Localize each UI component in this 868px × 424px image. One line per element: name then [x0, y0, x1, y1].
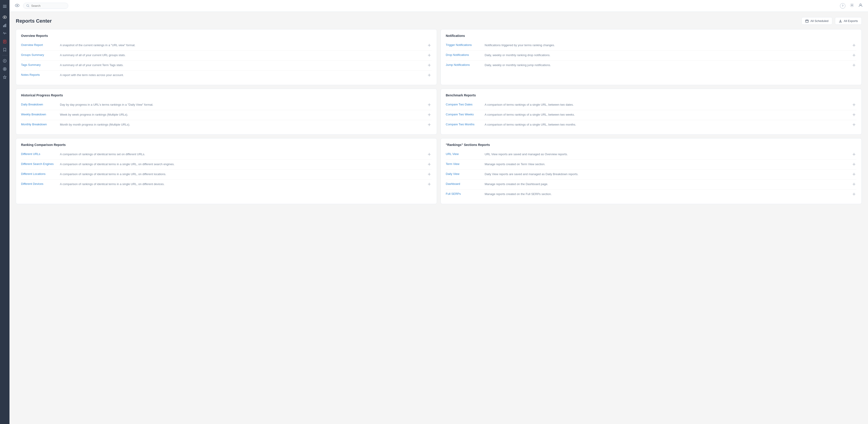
report-row: Full SERPsManage reports created on the … — [446, 190, 857, 199]
add-report-button[interactable] — [851, 43, 857, 48]
report-link-drop-notifications[interactable]: Drop Notifications — [446, 53, 482, 57]
svg-point-4 — [4, 17, 5, 18]
report-link-monthly-breakdown[interactable]: Monthly Breakdown — [21, 123, 57, 126]
report-row: Trigger NotificationsNotifications trigg… — [446, 41, 857, 51]
report-link-notes-reports[interactable]: Notes Reports — [21, 73, 57, 77]
add-report-button[interactable] — [427, 43, 432, 48]
add-report-button[interactable] — [851, 182, 857, 187]
report-row: Monthly BreakdownMonth by month progress… — [21, 120, 432, 130]
add-report-button[interactable] — [427, 123, 432, 128]
add-report-button[interactable] — [851, 113, 857, 117]
report-link-trigger-notifications[interactable]: Trigger Notifications — [446, 43, 482, 47]
target-icon[interactable] — [1, 65, 8, 73]
activity-icon[interactable] — [1, 30, 8, 37]
report-description: A comparison of rankings of identical te… — [60, 162, 424, 166]
add-report-button[interactable] — [427, 162, 432, 167]
add-report-button[interactable] — [427, 73, 432, 78]
card-rankings-sections: "Rankings" Sections ReportsURL ViewURL V… — [440, 138, 862, 204]
report-link-different-locations[interactable]: Different Locations — [21, 172, 57, 176]
report-link-jump-notifications[interactable]: Jump Notifications — [446, 63, 482, 66]
report-link-daily-view[interactable]: Daily View — [446, 172, 482, 176]
bookmark-icon[interactable] — [1, 46, 8, 53]
report-description: A comparison of terms rankings of a sing… — [485, 113, 849, 117]
report-link-different-search-engines[interactable]: Different Search Engines — [21, 162, 57, 166]
settings-icon[interactable] — [850, 3, 854, 8]
all-scheduled-button[interactable]: All Scheduled — [802, 17, 832, 25]
report-link-groups-summary[interactable]: Groups Summary — [21, 53, 57, 57]
svg-point-24 — [860, 4, 862, 5]
report-description: A comparison of rankings of identical te… — [60, 152, 424, 156]
add-report-button[interactable] — [851, 103, 857, 108]
section-title-ranking-comparison: Ranking Comparison Reports — [21, 143, 432, 147]
report-row: DashboardManage reports created on the D… — [446, 180, 857, 190]
report-description: A summary of all of your current Term Ta… — [60, 63, 424, 67]
report-link-weekly-breakdown[interactable]: Weekly Breakdown — [21, 113, 57, 116]
report-row: Groups SummaryA summary of all of your c… — [21, 51, 432, 61]
section-title-benchmark-reports: Benchmark Reports — [446, 93, 857, 97]
file-icon[interactable] — [1, 38, 8, 45]
add-report-button[interactable] — [427, 152, 432, 157]
report-link-term-view[interactable]: Term View — [446, 162, 482, 166]
svg-rect-2 — [3, 7, 6, 8]
add-report-button[interactable] — [851, 123, 857, 128]
add-report-button[interactable] — [851, 152, 857, 157]
report-row: Different LocationsA comparison of ranki… — [21, 170, 432, 180]
add-report-button[interactable] — [851, 192, 857, 197]
topbar: ? — [9, 0, 868, 12]
add-report-button[interactable] — [427, 63, 432, 68]
report-link-compare-two-dates[interactable]: Compare Two Dates — [446, 103, 482, 106]
report-description: Daily View reports are saved and managed… — [485, 172, 849, 176]
add-report-button[interactable] — [427, 113, 432, 117]
topbar-eye-icon — [15, 3, 20, 8]
all-exports-button[interactable]: All Exports — [835, 17, 862, 25]
report-row: Different DevicesA comparison of ranking… — [21, 180, 432, 189]
section-title-overview-reports: Overview Reports — [21, 34, 432, 37]
add-report-button[interactable] — [427, 53, 432, 58]
add-report-button[interactable] — [427, 172, 432, 177]
search-box[interactable] — [23, 3, 68, 9]
add-report-button[interactable] — [851, 172, 857, 177]
sidebar — [0, 0, 9, 424]
calendar-icon — [805, 20, 809, 23]
card-ranking-comparison: Ranking Comparison ReportsDifferent URLs… — [16, 138, 437, 204]
add-report-button[interactable] — [851, 53, 857, 58]
report-link-tags-summary[interactable]: Tags Summary — [21, 63, 57, 66]
report-link-compare-two-months[interactable]: Compare Two Months — [446, 123, 482, 126]
report-link-different-urls[interactable]: Different URLs — [21, 152, 57, 156]
report-row: Compare Two MonthsA comparison of terms … — [446, 120, 857, 130]
add-report-button[interactable] — [851, 162, 857, 167]
star-icon[interactable] — [1, 74, 8, 81]
report-link-different-devices[interactable]: Different Devices — [21, 182, 57, 186]
report-description: A report with the term notes across your… — [60, 73, 424, 77]
chart-bar-icon[interactable] — [1, 22, 8, 29]
help-icon[interactable]: ? — [840, 3, 845, 8]
report-description: Week by week progress in rankings (Multi… — [60, 113, 424, 117]
report-link-compare-two-weeks[interactable]: Compare Two Weeks — [446, 113, 482, 116]
report-row: Different Search EnginesA comparison of … — [21, 160, 432, 170]
content-area: Reports Center All Scheduled All Exports… — [9, 12, 868, 424]
report-row: Different URLsA comparison of rankings o… — [21, 150, 432, 160]
menu-icon[interactable] — [1, 3, 8, 10]
svg-rect-6 — [4, 24, 5, 27]
user-icon[interactable] — [859, 3, 863, 8]
report-link-dashboard[interactable]: Dashboard — [446, 182, 482, 186]
search-input[interactable] — [31, 4, 63, 7]
report-row: Notes ReportsA report with the term note… — [21, 70, 432, 80]
report-description: Notifications triggered by your terms ra… — [485, 43, 849, 47]
svg-point-21 — [27, 4, 29, 6]
add-report-button[interactable] — [851, 63, 857, 68]
report-link-overview-report[interactable]: Overview Report — [21, 43, 57, 47]
reports-grid: Overview ReportsOverview ReportA snapsho… — [16, 29, 862, 204]
add-circle-icon[interactable] — [1, 57, 8, 64]
report-link-url-view[interactable]: URL View — [446, 152, 482, 156]
report-description: Month by month progress in rankings (Mul… — [60, 123, 424, 127]
report-link-daily-breakdown[interactable]: Daily Breakdown — [21, 103, 57, 106]
report-row: URL ViewURL View reports are saved and m… — [446, 150, 857, 160]
report-description: A comparison of rankings of identical te… — [60, 172, 424, 176]
add-report-button[interactable] — [427, 103, 432, 108]
add-report-button[interactable] — [427, 182, 432, 187]
card-historical-progress: Historical Progress ReportsDaily Breakdo… — [16, 89, 437, 135]
svg-line-22 — [29, 6, 29, 7]
report-link-full-serps[interactable]: Full SERPs — [446, 192, 482, 196]
eye-icon[interactable] — [1, 13, 8, 21]
